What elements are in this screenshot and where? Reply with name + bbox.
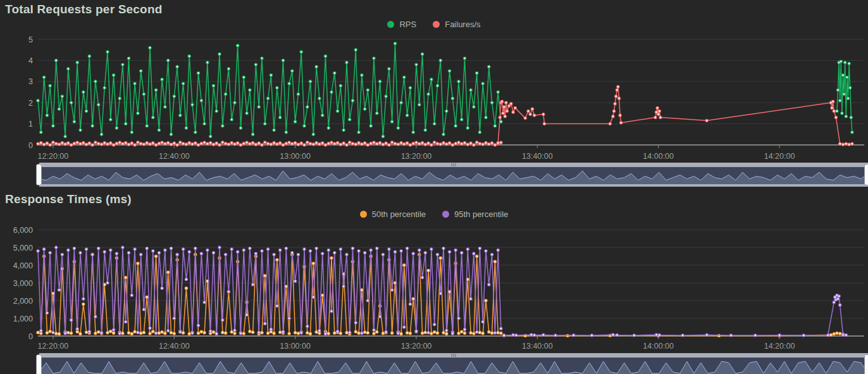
legend-item-50th-percentile[interactable]: 50th percentile — [360, 209, 426, 219]
svg-text:13:20:00: 13:20:00 — [401, 342, 432, 351]
svg-text:14:20:00: 14:20:00 — [764, 342, 795, 351]
chart1-slider-right-handle[interactable] — [864, 164, 868, 185]
p50-legend-label: 50th percentile — [372, 209, 426, 219]
failures-legend-label: Failures/s — [445, 20, 480, 29]
svg-text:1: 1 — [28, 120, 33, 128]
svg-text:5,000: 5,000 — [13, 244, 33, 252]
svg-text:3,000: 3,000 — [13, 279, 33, 288]
svg-text:2,000: 2,000 — [13, 297, 33, 306]
svg-text:14:00:00: 14:00:00 — [643, 152, 674, 161]
svg-text:13:40:00: 13:40:00 — [522, 342, 553, 351]
svg-text:2: 2 — [28, 99, 33, 108]
failures-legend-dot-icon — [433, 21, 440, 28]
chart1-overview-waveform — [39, 167, 868, 184]
locust-dashboard: { "app": {"background": "#262626"}, "cha… — [0, 0, 868, 374]
chart2-legend: 50th percentile 95th percentile — [0, 209, 868, 219]
chart2-slider-grip-icon[interactable] — [452, 354, 456, 357]
svg-text:0: 0 — [28, 332, 33, 341]
chart1-slider-left-handle[interactable] — [36, 164, 42, 185]
legend-item-95th-percentile[interactable]: 95th percentile — [442, 209, 508, 219]
chart2-slider-left-handle[interactable] — [36, 354, 42, 374]
p50-legend-dot-icon — [360, 211, 367, 218]
chart2-zoom-slider[interactable] — [39, 353, 868, 374]
svg-text:4: 4 — [28, 56, 33, 65]
svg-text:4,000: 4,000 — [13, 261, 33, 270]
svg-text:12:40:00: 12:40:00 — [159, 152, 190, 161]
chart1-slider-track-bottom[interactable] — [39, 184, 868, 187]
response-times-chart: 01,0002,0003,0004,0005,0006,00012:20:001… — [0, 225, 868, 351]
chart2-overview-waveform — [39, 358, 868, 374]
svg-text:0: 0 — [28, 141, 33, 150]
svg-text:5: 5 — [28, 35, 33, 44]
svg-text:12:40:00: 12:40:00 — [159, 342, 190, 351]
svg-text:12:20:00: 12:20:00 — [38, 342, 69, 351]
chart1-slider-overview[interactable] — [39, 167, 868, 184]
p95-legend-label: 95th percentile — [454, 209, 508, 219]
svg-text:13:00:00: 13:00:00 — [280, 152, 311, 161]
svg-text:6,000: 6,000 — [13, 226, 33, 235]
chart1-zoom-slider[interactable] — [39, 163, 868, 187]
chart1-slider-grip-icon[interactable] — [452, 163, 456, 166]
svg-text:1,000: 1,000 — [13, 315, 33, 323]
svg-text:13:40:00: 13:40:00 — [522, 152, 553, 161]
chart2-slider-track[interactable] — [39, 353, 868, 358]
requests-per-second-chart: 01234512:20:0012:40:0013:00:0013:20:0013… — [0, 35, 868, 161]
rps-legend-dot-icon — [387, 21, 394, 28]
svg-text:12:20:00: 12:20:00 — [38, 152, 69, 161]
p95-legend-dot-icon — [442, 211, 449, 218]
chart2-slider-right-handle[interactable] — [864, 354, 868, 374]
chart2-slider-overview[interactable] — [39, 358, 868, 374]
legend-item-rps[interactable]: RPS — [387, 20, 416, 29]
legend-item-failures[interactable]: Failures/s — [433, 20, 480, 29]
svg-text:13:00:00: 13:00:00 — [280, 342, 311, 351]
svg-text:3: 3 — [28, 77, 33, 86]
svg-text:14:20:00: 14:20:00 — [764, 152, 795, 161]
rps-legend-label: RPS — [399, 20, 416, 29]
svg-text:14:00:00: 14:00:00 — [643, 342, 674, 351]
chart2-title: Response Times (ms) — [5, 192, 132, 206]
svg-text:13:20:00: 13:20:00 — [401, 152, 432, 161]
chart1-title: Total Requests per Second — [5, 3, 163, 16]
chart1-slider-track[interactable] — [39, 163, 868, 167]
chart1-legend: RPS Failures/s — [0, 20, 868, 29]
